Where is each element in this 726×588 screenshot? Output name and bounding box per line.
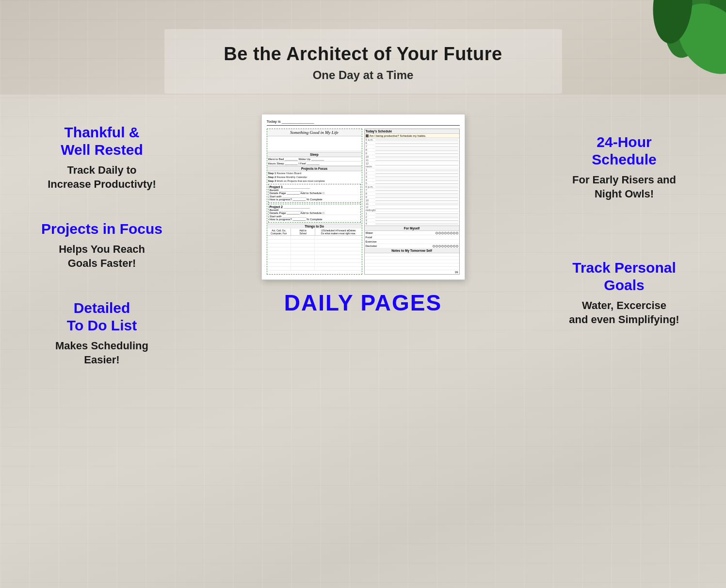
schedule-title: 24-HourSchedule — [542, 133, 707, 168]
planner-todo-col1: Act, Call, Go,Computer, Fun — [267, 229, 291, 235]
planner-something-good: Something Good in My Life — [267, 129, 362, 136]
dcircle2 — [436, 245, 438, 247]
dcircle6 — [447, 245, 450, 247]
planner-schedule-title: Today's Schedule — [365, 129, 459, 134]
track-personal-desc: Water, Excerciseand even Simplifying! — [542, 299, 707, 327]
time-11: 11 — [365, 159, 459, 162]
time-1am: 1 — [365, 212, 459, 215]
time-3am: 3 — [365, 219, 459, 222]
planner-sleep-label: Sleep — [267, 152, 362, 157]
planner-todo-row1 — [267, 236, 362, 240]
planner-todo-cell-b2 — [291, 240, 315, 243]
time-10: 10 — [365, 155, 459, 159]
planner-todo-header: Act, Call, Go,Computer, Fun Add toSched … — [267, 229, 362, 236]
planner-todo-cell-c3 — [315, 244, 362, 247]
planner-declutter-row: Declutter — [365, 244, 459, 248]
planner-project2-block: Project 2 _______________ Benefit ______… — [268, 204, 361, 223]
planner-todo-cell-a1 — [267, 236, 291, 239]
circle8 — [456, 232, 458, 234]
planner-food-row: Food — [365, 235, 459, 240]
dcircle7 — [450, 245, 452, 247]
main-title: Be the Architect of Your Future — [184, 44, 543, 65]
planner-todo-cell-b6 — [291, 255, 315, 259]
planner-todo-row8 — [267, 263, 362, 267]
planner-todo-cell-a9 — [267, 267, 291, 270]
time-12noon: 12 noon — [365, 162, 459, 168]
planner-todo-cell-c7 — [315, 259, 362, 262]
feature-thankful: Thankful &Well Rested Track Daily toIncr… — [19, 124, 184, 191]
feature-todo: DetailedTo Do List Makes SchedulingEasie… — [19, 299, 184, 367]
planner-todo-cell-a7 — [267, 259, 291, 262]
planner-todo-cell-b9 — [291, 267, 315, 270]
note-line2 — [365, 257, 459, 260]
planner-todo-row3 — [267, 244, 362, 247]
time-8pm: 8 — [365, 192, 459, 196]
time-2am: 2 — [365, 215, 459, 219]
planner-todo-col3: ☑Scheduled ⟳Forward ⊗DeleteDo what matte… — [315, 229, 362, 235]
planner-step3: Step 3 Work on Projects that are most co… — [267, 179, 362, 183]
planner-water-circles — [436, 232, 458, 234]
planner-water-row: Water — [365, 231, 459, 235]
time-6pm: 6 p.m. — [365, 185, 459, 189]
dcircle1 — [433, 245, 435, 247]
time-10pm: 10 — [365, 199, 459, 202]
planner-todo-row2 — [267, 240, 362, 244]
planner-step1: Step 1 Review Vision Board — [267, 171, 362, 175]
time-8: 8 — [365, 148, 459, 152]
projects-desc: Helps You ReachGoals Faster! — [19, 243, 184, 270]
planner-todo-cell-b1 — [291, 236, 315, 239]
circle5 — [447, 232, 450, 234]
planner-productive-row: Am I being productive? Schedule my habit… — [365, 134, 459, 138]
planner-todo-cell-a2 — [267, 240, 291, 243]
time-5am: 5 a.m. — [365, 138, 459, 142]
planner-todo-row9 — [267, 267, 362, 271]
planner-todo-cell-c8 — [315, 263, 362, 266]
dcircle5 — [444, 245, 447, 247]
planner-page-number: 39 — [365, 270, 459, 274]
planner-todo-cell-b8 — [291, 263, 315, 266]
planner-left-panel: Something Good in My Life Sleep Went to … — [267, 129, 362, 275]
time-1: 1 — [365, 168, 459, 172]
planner-todo-row7 — [267, 259, 362, 263]
planner-today-row: Today is _______________ — [267, 119, 460, 126]
todo-title: DetailedTo Do List — [19, 299, 184, 334]
header-box: Be the Architect of Your Future One Day … — [164, 29, 562, 94]
planner-projects-focus: Projects in Focus — [267, 166, 362, 171]
planner-project2-title: Project 2 _______________ — [270, 205, 359, 209]
time-4: 4 — [365, 179, 459, 182]
planner-productive-checkbox — [366, 134, 369, 137]
planner-things-to-do: Things to Do — [267, 224, 362, 229]
time-7: 7 — [365, 145, 459, 148]
time-4am: 4 — [365, 222, 459, 226]
time-6: 6 — [365, 142, 459, 145]
planner-todo-cell-b5 — [291, 251, 315, 255]
dcircle9 — [456, 245, 458, 247]
planner-todo-cell-c9 — [315, 267, 362, 270]
planner-details1: Details Page ________ Add to Schedule □ — [270, 192, 359, 195]
daily-pages-label: DAILY PAGES — [284, 290, 442, 316]
circle3 — [441, 232, 444, 234]
center-column: Today is _______________ Something Good … — [184, 114, 542, 316]
time-9: 9 — [365, 152, 459, 155]
note-line4 — [365, 263, 459, 267]
planner-declutter-circles — [433, 245, 458, 247]
feature-projects: Projects in Focus Helps You ReachGoals F… — [19, 220, 184, 270]
content-row: Thankful &Well Rested Track Daily toIncr… — [0, 114, 726, 396]
todo-desc: Makes SchedulingEasier! — [19, 339, 184, 367]
planner-notes-title: Notes to My Tomorrow Self — [365, 248, 459, 253]
planner-todo-cell-b3 — [291, 244, 315, 247]
right-column: 24-HourSchedule For Early Risers andNigh… — [542, 114, 707, 356]
planner-details2: Details Page ________ Add to Schedule □ — [270, 212, 359, 215]
planner-todo-cell-c5 — [315, 251, 362, 255]
planner-todo-cell-c4 — [315, 247, 362, 251]
planner-step2: Step 2 Review Monthly Calendar — [267, 175, 362, 179]
track-personal-title: Track PersonalGoals — [542, 259, 707, 294]
planner-declutter-label: Declutter — [366, 245, 377, 247]
dcircle3 — [438, 245, 441, 247]
projects-title: Projects in Focus — [19, 220, 184, 238]
time-7pm: 7 — [365, 189, 459, 192]
planner-todo-cell-a6 — [267, 255, 291, 259]
planner-todo-row6 — [267, 255, 362, 259]
planner-for-myself-title: For Myself — [365, 226, 459, 231]
thankful-title: Thankful &Well Rested — [19, 124, 184, 159]
